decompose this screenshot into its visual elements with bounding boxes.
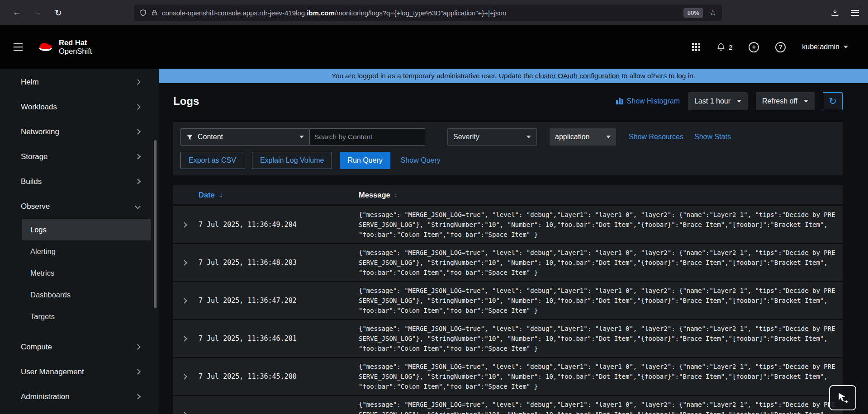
show-query-link[interactable]: Show Query [401,156,441,165]
message-column-header[interactable]: Message ↕ [359,191,843,199]
browser-menu-icon[interactable] [851,10,859,16]
sort-descending-icon: ↓ [219,191,223,199]
shield-icon[interactable] [139,9,147,17]
sync-icon: ↻ [829,96,837,107]
brand-logo[interactable]: Red HatOpenShift [35,38,92,56]
filter-field-dropdown[interactable]: Content [180,128,310,146]
log-message: {"message": "MERGE_JSON_LOG=true", "leve… [359,358,843,395]
histogram-icon [616,98,623,104]
notifications-button[interactable]: 2 [716,42,732,52]
chevron-right-icon [181,412,187,414]
sort-icon: ↕ [394,191,398,198]
sidebar-item-targets[interactable]: Targets [22,306,151,327]
log-date: 7 Jul 2025, 11:36:47.202 [195,282,359,319]
search-input[interactable] [310,128,425,146]
filter-icon [186,134,193,141]
row-expand-toggle[interactable] [173,358,195,395]
chevron-right-icon [135,369,141,375]
row-expand-toggle[interactable] [173,206,195,243]
severity-dropdown[interactable]: Severity [447,128,537,146]
log-message: {"message": "MERGE_JSON_LOG=true", "leve… [359,244,843,281]
chevron-down-icon [526,136,531,138]
run-query-button[interactable]: Run Query [340,152,390,169]
log-table-row: 7 Jul 2025, 11:36:45.200 {"message": "ME… [173,358,843,396]
chevron-right-icon [181,336,187,342]
chevron-right-icon [135,129,141,135]
sidebar-item-observe[interactable]: Observe [0,194,159,219]
export-csv-button[interactable]: Export as CSV [180,152,244,169]
explain-log-volume-button[interactable]: Explain Log Volume [252,152,332,169]
sidebar-item-user-management[interactable]: User Management [0,359,159,384]
sidebar-item-alerting[interactable]: Alerting [22,240,151,262]
sidebar-scrollbar[interactable] [154,140,157,308]
log-date: 7 Jul 2025, 11:36:49.204 [195,206,359,243]
date-column-header[interactable]: Date ↓ [195,191,359,199]
tenant-dropdown[interactable]: application [550,128,616,146]
lock-icon[interactable] [151,9,158,16]
sidebar-item-builds[interactable]: Builds [0,169,159,194]
downloads-icon[interactable] [830,8,840,17]
sidebar-item-metrics[interactable]: Metrics [22,262,151,284]
log-table-row: 7 Jul 2025, 11:36:46.201 {"message": "ME… [173,320,843,358]
row-expand-toggle[interactable] [173,282,195,319]
reload-icon[interactable]: ↻ [51,8,66,18]
sidebar-nav: Helm Workloads Networking Storage Builds… [0,69,159,414]
show-histogram-link[interactable]: Show Histogram [616,97,680,105]
sidebar-item-workloads[interactable]: Workloads [0,94,159,119]
log-table-row: 7 Jul 2025, 11:36:47.202 {"message": "ME… [173,282,843,320]
chevron-right-icon [135,394,141,400]
log-table-row: 7 Jul 2025, 11:36:49.204 {"message": "ME… [173,206,843,244]
help-icon[interactable]: ? [775,42,786,52]
sidebar-item-administration[interactable]: Administration [0,384,159,409]
log-message: {"message": "MERGE_JSON_LOG=true", "leve… [359,320,843,357]
show-resources-link[interactable]: Show Resources [629,133,683,141]
chevron-right-icon [135,79,141,85]
oauth-config-link[interactable]: cluster OAuth configuration [535,72,620,80]
time-range-dropdown[interactable]: Last 1 hour [688,92,748,110]
url-text: console-openshift-console.apps.rdr-jeev-… [162,9,506,17]
sidebar-item-storage[interactable]: Storage [0,144,159,169]
back-icon[interactable]: ← [9,8,24,18]
cursor-arrow-icon [836,391,849,404]
log-date: 7 Jul 2025, 11:36:48.203 [195,244,359,281]
log-message: {"message": "MERGE_JSON_LOG=true", "leve… [359,282,843,319]
chevron-down-icon [606,136,611,138]
browser-toolbar: ← → ↻ console-openshift-console.apps.rdr… [0,0,868,25]
zoom-level-badge[interactable]: 80% [683,8,703,18]
row-expand-toggle[interactable] [173,244,195,281]
sidebar-item-networking[interactable]: Networking [0,119,159,144]
sidebar-item-logs[interactable]: Logs [22,219,151,240]
row-expand-toggle[interactable] [173,396,195,414]
show-stats-link[interactable]: Show Stats [694,133,731,141]
log-date: 7 Jul 2025, 11:36:45.200 [195,358,359,395]
import-plus-icon[interactable]: + [749,42,759,52]
refresh-interval-dropdown[interactable]: Refresh off [756,92,815,110]
log-message: {"message": "MERGE_JSON_LOG=true", "leve… [359,396,843,414]
log-table-row: {"message": "MERGE_JSON_LOG=true", "leve… [173,396,843,414]
forward-icon[interactable]: → [30,8,45,18]
chevron-right-icon [181,374,187,380]
user-menu[interactable]: kube:admin [802,43,848,51]
sidebar-item-helm[interactable]: Helm [0,70,159,94]
log-date: 7 Jul 2025, 11:36:46.201 [195,320,359,357]
row-expand-toggle[interactable] [173,320,195,357]
main-content: You are logged in as a temporary adminis… [159,69,868,414]
nav-toggle-icon[interactable] [14,43,23,51]
chevron-down-icon [844,46,848,48]
chevron-right-icon [135,104,141,110]
bookmark-star-icon[interactable]: ☆ [709,8,716,18]
masthead: Red HatOpenShift 2 + ? kube:admin [0,25,868,69]
log-table-row: 7 Jul 2025, 11:36:48.203 {"message": "ME… [173,244,843,282]
sidebar-item-compute[interactable]: Compute [0,334,159,359]
refresh-button[interactable]: ↻ [823,92,843,110]
page-title: Logs [173,95,199,108]
chevron-right-icon [135,179,141,184]
notification-count: 2 [729,43,732,51]
address-bar[interactable]: console-openshift-console.apps.rdr-jeev-… [134,5,722,21]
login-banner: You are logged in as a temporary adminis… [159,69,868,83]
app-launcher-icon[interactable] [692,43,700,51]
sidebar-item-dashboards[interactable]: Dashboards [22,284,151,306]
username: kube:admin [802,43,840,51]
chevron-right-icon [181,298,187,304]
floating-cursor-button[interactable] [829,385,856,410]
